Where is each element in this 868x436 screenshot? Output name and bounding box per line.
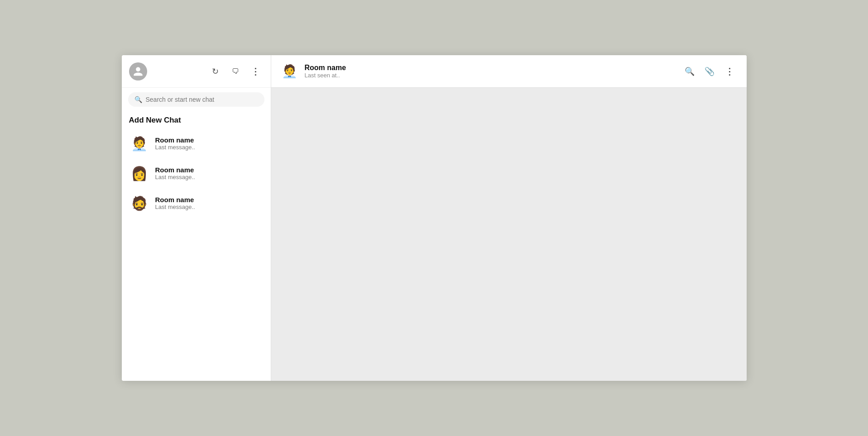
chat-header-status: Last seen at..	[305, 72, 346, 79]
chat-last-msg-2: Last message..	[155, 174, 264, 180]
section-title: Add New Chat	[122, 111, 271, 128]
new-chat-button[interactable]: 🗨	[227, 63, 244, 80]
chat-avatar-1: 🧑‍💼	[129, 133, 150, 154]
chat-name-1: Room name	[155, 136, 264, 144]
sidebar-header: ↻ 🗨 ⋮	[122, 55, 271, 88]
chat-avatar-3: 🧔	[129, 193, 150, 213]
attach-icon: 📎	[705, 66, 715, 76]
app-container: ↻ 🗨 ⋮ 🔍 Add New Chat 🧑‍💼	[122, 55, 747, 381]
refresh-icon: ↻	[212, 66, 219, 76]
chat-item-2[interactable]: 👩 Room name Last message..	[122, 158, 271, 188]
main-area: 🧑‍💼 Room name Last seen at.. 🔍 📎 ⋮	[271, 55, 747, 381]
chat-last-msg-3: Last message..	[155, 204, 264, 210]
chat-avatar-2: 👩	[129, 163, 150, 184]
chat-name-3: Room name	[155, 196, 264, 204]
chat-icon: 🗨	[232, 67, 239, 76]
chat-item-1[interactable]: 🧑‍💼 Room name Last message..	[122, 128, 271, 158]
search-icon: 🔍	[134, 96, 142, 103]
chat-info-3: Room name Last message..	[155, 196, 264, 210]
search-input[interactable]	[146, 96, 258, 103]
chat-header-name: Room name	[305, 64, 346, 72]
search-bar-container: 🔍	[122, 88, 271, 111]
search-chat-button[interactable]: 🔍	[681, 63, 698, 80]
refresh-button[interactable]: ↻	[207, 63, 224, 80]
chat-info-2: Room name Last message..	[155, 166, 264, 180]
chat-header: 🧑‍💼 Room name Last seen at.. 🔍 📎 ⋮	[271, 55, 747, 88]
chat-name-2: Room name	[155, 166, 264, 174]
chat-header-avatar: 🧑‍💼	[280, 62, 299, 81]
chat-body	[271, 88, 747, 381]
chat-more-icon: ⋮	[725, 66, 734, 77]
sidebar: ↻ 🗨 ⋮ 🔍 Add New Chat 🧑‍💼	[122, 55, 271, 381]
search-chat-icon: 🔍	[685, 66, 695, 76]
chat-header-info: Room name Last seen at..	[305, 64, 346, 79]
chat-more-button[interactable]: ⋮	[721, 63, 738, 80]
chat-list: 🧑‍💼 Room name Last message.. 👩 Room name…	[122, 128, 271, 381]
sidebar-header-icons: ↻ 🗨 ⋮	[207, 63, 264, 80]
chat-item-3[interactable]: 🧔 Room name Last message..	[122, 188, 271, 218]
attach-button[interactable]: 📎	[701, 63, 718, 80]
more-icon: ⋮	[251, 66, 260, 77]
chat-last-msg-1: Last message..	[155, 144, 264, 151]
search-bar: 🔍	[128, 92, 264, 107]
more-options-button[interactable]: ⋮	[247, 63, 264, 80]
chat-info-1: Room name Last message..	[155, 136, 264, 151]
chat-header-actions: 🔍 📎 ⋮	[681, 63, 738, 80]
user-avatar[interactable]	[129, 62, 147, 81]
